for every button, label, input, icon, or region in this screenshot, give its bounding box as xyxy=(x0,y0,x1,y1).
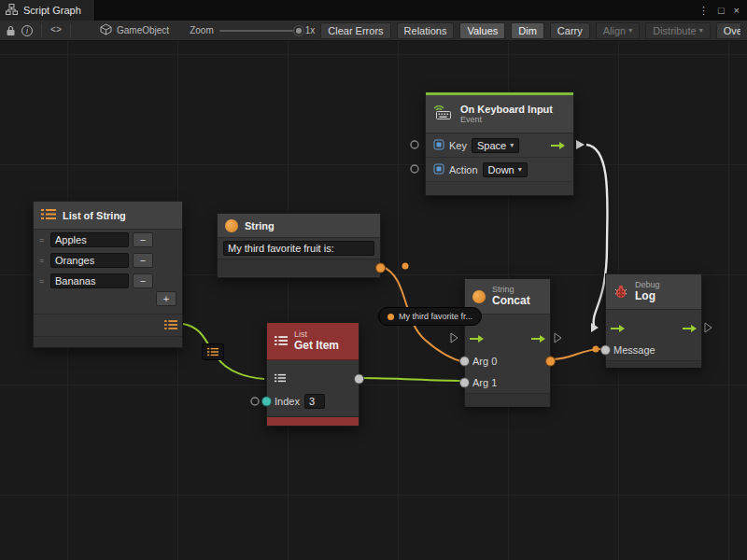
message-input-port[interactable] xyxy=(601,346,610,355)
arg0-row: Arg 0 xyxy=(465,350,550,371)
action-port-row: Action Down ▾ xyxy=(426,158,573,182)
dim-toggle-button[interactable]: Dim xyxy=(511,22,544,39)
flow-input-port[interactable] xyxy=(610,324,626,333)
flow-arrow-icon xyxy=(591,323,599,332)
node-concat[interactable]: String Concat Arg 0 Arg 1 xyxy=(464,278,551,406)
window-titlebar: Script Graph ⋮ □ × xyxy=(0,0,747,21)
node-header[interactable]: List of String xyxy=(34,202,182,230)
list-item-input[interactable] xyxy=(50,273,129,288)
remove-item-button[interactable]: − xyxy=(133,232,153,247)
message-label: Message xyxy=(613,344,655,356)
index-label: Index xyxy=(275,396,300,407)
drag-handle-icon[interactable]: = xyxy=(39,256,47,265)
align-dropdown-button[interactable]: Align ▾ xyxy=(596,22,640,39)
node-title: Log xyxy=(635,290,660,303)
arg1-row: Arg 1 xyxy=(465,371,550,393)
string-type-icon xyxy=(225,219,238,232)
flow-row xyxy=(465,328,550,350)
carry-button[interactable]: Carry xyxy=(550,22,590,39)
chevron-down-icon: ▾ xyxy=(699,24,703,37)
list-icon xyxy=(275,335,288,348)
zoom-slider-knob[interactable] xyxy=(294,26,303,35)
window-controls: ⋮ □ × xyxy=(698,0,747,21)
flow-output-port[interactable] xyxy=(550,141,566,150)
key-port-row: Key Space ▾ xyxy=(426,133,573,158)
result-output-port[interactable] xyxy=(546,357,555,365)
window-maximize-button[interactable]: □ xyxy=(718,5,725,16)
flow-output-port[interactable] xyxy=(530,334,546,343)
node-header[interactable]: On Keyboard Input Event xyxy=(426,95,573,133)
list-item-row: = − xyxy=(34,271,182,291)
node-footer xyxy=(267,416,359,426)
arg1-input-port[interactable] xyxy=(460,378,469,386)
clear-errors-button[interactable]: Clear Errors xyxy=(320,22,390,39)
arg0-input-port[interactable] xyxy=(460,357,469,365)
node-title: On Keyboard Input xyxy=(460,104,553,116)
node-footer xyxy=(606,360,701,368)
flow-arrow-icon xyxy=(576,140,585,149)
gameobject-selector[interactable]: GameObject xyxy=(100,22,169,39)
flow-output-port[interactable] xyxy=(682,324,698,333)
info-icon[interactable]: i xyxy=(21,23,33,38)
index-input[interactable] xyxy=(304,394,325,409)
gameobject-label: GameObject xyxy=(117,25,169,35)
add-item-button[interactable]: + xyxy=(156,291,176,306)
code-icon[interactable]: <> xyxy=(50,23,62,38)
node-string-literal[interactable]: String xyxy=(217,213,381,278)
relation-caret-icon xyxy=(451,333,458,343)
list-output-port[interactable] xyxy=(164,319,177,332)
list-item-input[interactable] xyxy=(50,253,129,268)
wire-value-text: My third favorite fr... xyxy=(399,312,472,321)
list-input-row xyxy=(267,368,359,390)
drag-handle-icon[interactable]: = xyxy=(39,235,47,245)
graph-canvas[interactable]: On Keyboard Input Event Key Space ▾ xyxy=(0,41,747,560)
relations-button[interactable]: Relations xyxy=(397,22,455,39)
zoom-control: Zoom 1x xyxy=(190,25,315,35)
chevron-down-icon: ▾ xyxy=(628,24,632,37)
wire-list-badge xyxy=(202,343,224,360)
flow-input-port[interactable] xyxy=(469,334,485,343)
lock-icon[interactable] xyxy=(6,23,16,38)
unconnected-port-indicator xyxy=(411,141,418,148)
drag-handle-icon[interactable]: = xyxy=(39,276,47,286)
bug-icon xyxy=(613,284,628,301)
wire-concat-to-log xyxy=(551,349,602,359)
remove-item-button[interactable]: − xyxy=(133,273,153,288)
list-icon xyxy=(41,208,56,222)
string-output-port[interactable] xyxy=(376,264,385,273)
string-value-input[interactable] xyxy=(223,241,374,256)
node-title: Get Item xyxy=(294,340,339,353)
node-list-of-string[interactable]: List of String = − = − = − + xyxy=(33,201,183,348)
list-item-input[interactable] xyxy=(50,232,129,247)
wire-value-tooltip: My third favorite fr... xyxy=(378,307,482,326)
item-output-port[interactable] xyxy=(355,375,363,384)
distribute-dropdown-button[interactable]: Distribute ▾ xyxy=(645,22,710,39)
node-header[interactable]: Debug Log xyxy=(606,274,701,310)
remove-item-button[interactable]: − xyxy=(133,253,153,268)
window-menu-button[interactable]: ⋮ xyxy=(698,5,709,17)
relation-caret-icon xyxy=(705,323,712,332)
window-close-button[interactable]: × xyxy=(734,5,740,16)
values-toggle-button[interactable]: Values xyxy=(459,22,505,39)
node-title: String xyxy=(245,220,275,231)
key-dropdown[interactable]: Space ▾ xyxy=(472,138,519,153)
index-row: Index xyxy=(267,390,359,413)
keycap-icon xyxy=(433,139,444,152)
tab-script-graph[interactable]: Script Graph xyxy=(0,0,95,21)
zoom-slider[interactable] xyxy=(219,30,300,32)
list-icon xyxy=(207,343,218,360)
node-on-keyboard-input[interactable]: On Keyboard Input Event Key Space ▾ xyxy=(425,91,574,196)
keyboard-icon xyxy=(433,105,454,122)
overview-button[interactable]: Overview xyxy=(716,22,741,39)
node-get-item[interactable]: List Get Item Index xyxy=(266,322,359,427)
node-log[interactable]: Debug Log Message xyxy=(605,273,702,367)
node-header[interactable]: String xyxy=(218,214,380,238)
index-input-port[interactable] xyxy=(262,398,271,406)
node-header[interactable]: List Get Item xyxy=(267,323,359,360)
node-title: Concat xyxy=(492,295,530,308)
key-label: Key xyxy=(449,140,467,151)
list-item-row: = − xyxy=(34,230,182,250)
value-dot-icon xyxy=(388,314,394,320)
list-input-port[interactable] xyxy=(275,373,286,385)
action-dropdown[interactable]: Down ▾ xyxy=(483,162,528,177)
